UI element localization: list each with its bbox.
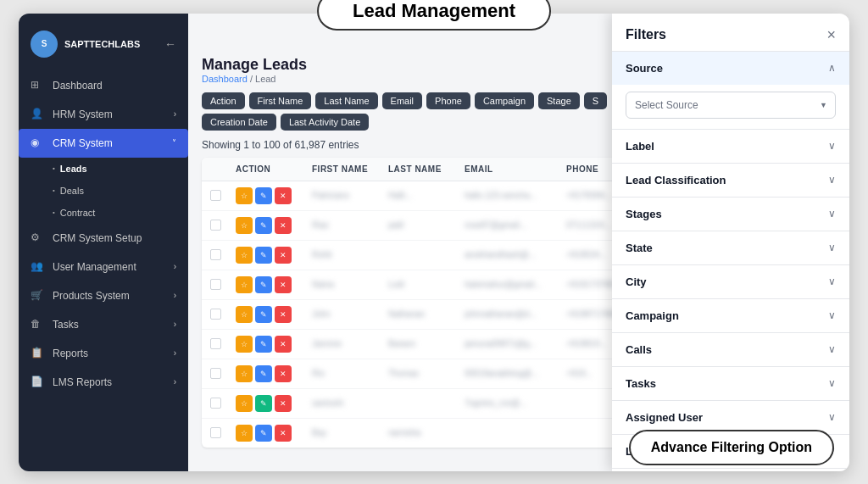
nav-back-arrow[interactable]: ← — [164, 37, 176, 51]
action-buttons: ☆ ✎ ✕ — [236, 217, 312, 234]
filter-tag-email[interactable]: Email — [382, 92, 423, 109]
action-btn-blue[interactable]: ✎ — [255, 276, 272, 293]
action-btn-red[interactable]: ✕ — [275, 217, 292, 234]
sidebar-item-crm[interactable]: ◉ CRM System ˅ — [19, 129, 188, 158]
cell-last-name: Halli... — [388, 191, 465, 200]
row-checkbox[interactable] — [210, 338, 221, 349]
screenshot-frame: S SAPTTECHLABS ← ⊞ Dashboard 👤 HRM Syste… — [19, 14, 849, 471]
action-btn-yellow[interactable]: ☆ — [236, 217, 253, 234]
action-btn-yellow[interactable]: ☆ — [236, 336, 253, 353]
action-btn-blue[interactable]: ✎ — [255, 247, 272, 264]
cell-email: 93019anabhing@... — [465, 369, 566, 378]
row-checkbox[interactable] — [210, 368, 221, 379]
sidebar-label-crm: CRM System — [53, 137, 113, 149]
action-btn-yellow[interactable]: ☆ — [236, 306, 253, 323]
filter-section-stages-header[interactable]: Stages ∨ — [612, 197, 849, 231]
action-btn-yellow[interactable]: ☆ — [236, 425, 253, 442]
action-btn-yellow[interactable]: ☆ — [236, 365, 253, 382]
action-btn-red[interactable]: ✕ — [275, 187, 292, 204]
sidebar-item-deals[interactable]: Deals — [27, 180, 188, 202]
action-btn-blue[interactable]: ✎ — [255, 306, 272, 323]
filter-tag-campaign[interactable]: Campaign — [475, 92, 534, 109]
filter-section-campaign-header[interactable]: Campaign ∨ — [612, 299, 849, 332]
filter-tag-last-activity[interactable]: Last Activity Date — [281, 114, 369, 131]
filter-section-calls-header[interactable]: Calls ∨ — [612, 333, 849, 366]
action-btn-red[interactable]: ✕ — [275, 336, 292, 353]
filter-panel-header: Filters × — [612, 14, 849, 52]
action-btn-red[interactable]: ✕ — [275, 247, 292, 264]
filter-section-assigned-user-header[interactable]: Assigned User ∨ — [612, 401, 849, 434]
filter-tag-s[interactable]: S — [584, 92, 607, 109]
sidebar-item-leads[interactable]: Leads — [27, 158, 188, 180]
tasks-label: Tasks — [53, 319, 79, 331]
action-btn-red[interactable]: ✕ — [275, 395, 292, 412]
row-checkbox[interactable] — [210, 249, 221, 260]
filter-tag-action[interactable]: Action — [202, 92, 245, 109]
action-btn-blue[interactable]: ✎ — [255, 425, 272, 442]
source-select[interactable]: Select Source — [626, 92, 836, 119]
row-checkbox[interactable] — [210, 398, 221, 409]
filter-section-label-header[interactable]: Label ∨ — [612, 130, 849, 163]
sidebar-item-reports[interactable]: 📋 Reports › — [19, 339, 188, 368]
action-btn-red[interactable]: ✕ — [275, 306, 292, 323]
filter-tag-firstname[interactable]: First Name — [249, 92, 312, 109]
filter-section-label: Label ∨ — [612, 130, 849, 164]
sidebar-item-lms-reports[interactable]: 📄 LMS Reports › — [19, 368, 188, 397]
cell-last-name: Baraon — [388, 339, 465, 348]
filter-tag-lastname[interactable]: Last Name — [315, 92, 377, 109]
action-buttons: ☆ ✎ ✕ — [236, 425, 312, 442]
filter-section-tasks: Tasks ∨ — [612, 367, 849, 401]
row-checkbox[interactable] — [210, 427, 221, 438]
filter-tag-creation-date[interactable]: Creation Date — [202, 114, 276, 131]
filter-section-calls: Calls ∨ — [612, 333, 849, 367]
manage-leads-title: Manage Leads — [202, 56, 307, 74]
row-checkbox[interactable] — [210, 220, 221, 231]
sidebar-item-tasks[interactable]: 🗑 Tasks › — [19, 310, 188, 339]
action-btn-blue[interactable]: ✎ — [255, 336, 272, 353]
action-btn-yellow[interactable]: ☆ — [236, 187, 253, 204]
main-content: Manage Leads Dashboard / Lead Bulk Actio… — [188, 14, 849, 471]
contract-label: Contract — [60, 208, 96, 218]
action-btn-yellow[interactable]: ☆ — [236, 247, 253, 264]
cell-last-name: narnisha — [388, 428, 465, 437]
sidebar-item-contract[interactable]: Contract — [27, 202, 188, 224]
filter-tag-phone[interactable]: Phone — [426, 92, 470, 109]
action-btn-yellow[interactable]: ☆ — [236, 395, 253, 412]
action-btn-green[interactable]: ✎ — [255, 395, 272, 412]
reports-label: Reports — [53, 348, 88, 359]
sidebar-item-dashboard[interactable]: ⊞ Dashboard — [19, 71, 188, 100]
filter-section-source-header[interactable]: Source ∧ — [612, 52, 849, 85]
sidebar-item-user-mgmt[interactable]: 👥 User Management › — [19, 253, 188, 281]
action-btn-red[interactable]: ✕ — [275, 425, 292, 442]
filter-section-lead-classification-header[interactable]: Lead Classification ∨ — [612, 164, 849, 197]
cell-first-name: Patricians — [312, 191, 388, 200]
row-checkbox[interactable] — [210, 309, 221, 320]
filter-section-tasks-header[interactable]: Tasks ∨ — [612, 367, 849, 400]
action-btn-yellow[interactable]: ☆ — [236, 276, 253, 293]
action-btn-red[interactable]: ✕ — [275, 276, 292, 293]
state-label: State — [626, 242, 653, 254]
city-chevron: ∨ — [828, 275, 836, 287]
sidebar-item-crm-setup[interactable]: ⚙ CRM System Setup — [19, 224, 188, 253]
breadcrumb-dashboard[interactable]: Dashboard — [202, 74, 248, 84]
filter-section-state: State ∨ — [612, 231, 849, 265]
crm-setup-icon: ⚙ — [31, 231, 44, 245]
row-checkbox[interactable] — [210, 190, 221, 201]
action-btn-blue[interactable]: ✎ — [255, 217, 272, 234]
sidebar-item-products[interactable]: 🛒 Products System › — [19, 281, 188, 310]
th-checkbox — [210, 164, 236, 174]
filter-section-state-header[interactable]: State ∨ — [612, 231, 849, 264]
sidebar-item-hrm[interactable]: 👤 HRM System › — [19, 100, 188, 129]
hrm-arrow: › — [174, 109, 176, 119]
advance-filtering-option-button[interactable]: Advance Filtering Option — [629, 430, 834, 465]
filter-section-city-header[interactable]: City ∨ — [612, 265, 849, 298]
row-checkbox[interactable] — [210, 279, 221, 290]
action-btn-blue[interactable]: ✎ — [255, 187, 272, 204]
action-btn-blue[interactable]: ✎ — [255, 365, 272, 382]
cell-first-name: Bay — [312, 428, 388, 437]
action-btn-red[interactable]: ✕ — [275, 365, 292, 382]
filter-tag-stage[interactable]: Stage — [538, 92, 580, 109]
lms-reports-icon: 📄 — [31, 376, 44, 389]
filter-close-button[interactable]: × — [826, 27, 836, 42]
action-buttons: ☆ ✎ ✕ — [236, 247, 312, 264]
